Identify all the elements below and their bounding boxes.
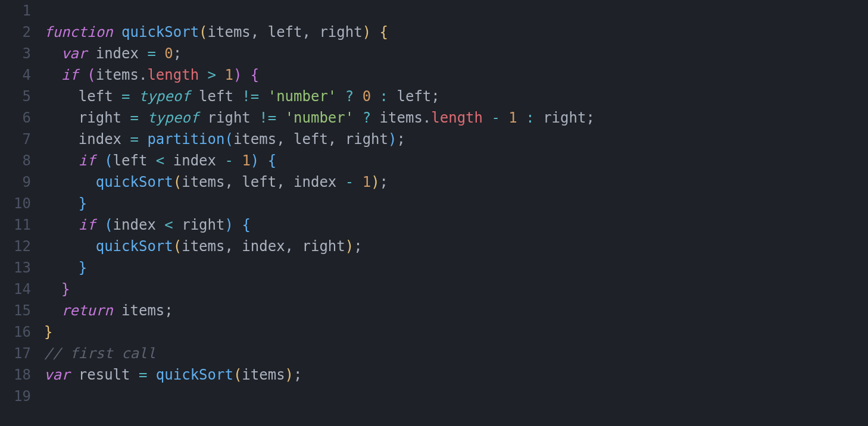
code-token: , bbox=[251, 24, 268, 40]
code-token: 0 bbox=[363, 88, 371, 105]
code-line[interactable]: var result = quickSort(items); bbox=[44, 364, 866, 386]
code-line[interactable]: quickSort(items, index, right); bbox=[44, 236, 866, 257]
code-token: = bbox=[147, 45, 155, 62]
code-token bbox=[156, 45, 164, 62]
code-token: if bbox=[79, 152, 104, 169]
code-token bbox=[242, 67, 250, 83]
code-token: } bbox=[79, 259, 87, 276]
line-number: 19 bbox=[6, 386, 31, 407]
code-line[interactable]: if (left < index - 1) { bbox=[44, 150, 866, 171]
line-number: 2 bbox=[6, 21, 31, 43]
line-number: 1 bbox=[6, 0, 31, 21]
code-token bbox=[139, 45, 147, 62]
code-token: items bbox=[182, 174, 224, 190]
code-token: ) bbox=[388, 131, 396, 148]
code-token: return bbox=[61, 302, 121, 319]
code-token bbox=[500, 109, 508, 126]
code-token: left bbox=[396, 88, 431, 105]
code-token: { bbox=[251, 67, 259, 83]
code-token bbox=[130, 88, 139, 105]
code-token: 1 bbox=[242, 152, 250, 169]
code-token bbox=[535, 109, 543, 126]
code-token: ) bbox=[224, 217, 233, 233]
code-token: ( bbox=[87, 67, 95, 83]
code-token: - bbox=[345, 174, 354, 190]
code-line[interactable]: if (items.length > 1) { bbox=[44, 64, 866, 86]
code-token: ) bbox=[285, 367, 294, 383]
code-token: = bbox=[130, 109, 139, 126]
line-number: 16 bbox=[6, 321, 31, 343]
code-line[interactable]: return items; bbox=[44, 300, 866, 321]
code-token bbox=[44, 67, 61, 83]
line-number: 17 bbox=[6, 343, 31, 364]
code-token: items bbox=[121, 302, 164, 319]
code-token: { bbox=[268, 152, 276, 169]
code-token: length bbox=[431, 109, 483, 126]
code-line[interactable]: if (index < right) { bbox=[44, 214, 866, 236]
code-token bbox=[44, 281, 61, 297]
code-token: function bbox=[44, 24, 121, 40]
code-token: ? bbox=[345, 88, 354, 105]
code-area[interactable]: function quickSort(items, left, right) {… bbox=[42, 0, 868, 426]
code-token: right bbox=[208, 109, 251, 126]
code-token: , bbox=[302, 24, 320, 40]
code-line[interactable]: function quickSort(items, left, right) { bbox=[44, 21, 866, 43]
code-line[interactable]: index = partition(items, left, right); bbox=[44, 129, 866, 150]
line-number: 10 bbox=[6, 193, 31, 214]
code-token bbox=[44, 259, 79, 276]
line-number: 9 bbox=[6, 171, 31, 193]
code-token bbox=[44, 88, 79, 105]
code-line[interactable]: var index = 0; bbox=[44, 43, 866, 64]
code-token: , bbox=[276, 174, 294, 190]
code-token bbox=[173, 217, 182, 233]
code-line[interactable]: } bbox=[44, 278, 866, 300]
code-token: items bbox=[233, 131, 276, 148]
code-token: < bbox=[164, 217, 173, 233]
code-token: items bbox=[208, 24, 251, 40]
code-line[interactable] bbox=[44, 0, 866, 21]
line-number: 15 bbox=[6, 300, 31, 321]
code-token bbox=[139, 109, 147, 126]
code-line[interactable]: } bbox=[44, 257, 866, 278]
code-editor[interactable]: 12345678910111213141516171819 function q… bbox=[0, 0, 868, 426]
code-line[interactable] bbox=[44, 386, 866, 407]
code-token: right bbox=[79, 109, 121, 126]
code-token: index bbox=[242, 238, 285, 255]
code-token: ( bbox=[104, 152, 113, 169]
code-token bbox=[121, 131, 130, 148]
code-token bbox=[44, 238, 96, 255]
code-token: ( bbox=[224, 131, 233, 148]
code-token: left bbox=[294, 131, 328, 148]
code-token: right bbox=[543, 109, 586, 126]
code-token: right bbox=[182, 217, 224, 233]
code-token: result bbox=[79, 367, 130, 383]
line-number: 5 bbox=[6, 86, 31, 107]
code-token: ) bbox=[251, 152, 259, 169]
code-line[interactable]: } bbox=[44, 321, 866, 343]
code-line[interactable]: left = typeof left != 'number' ? 0 : lef… bbox=[44, 86, 866, 107]
code-token: } bbox=[44, 324, 52, 340]
code-token: , bbox=[276, 131, 294, 148]
line-number: 8 bbox=[6, 150, 31, 171]
code-line[interactable]: } bbox=[44, 193, 866, 214]
code-token: index bbox=[113, 217, 156, 233]
code-token: typeof bbox=[139, 88, 199, 105]
code-line[interactable]: right = typeof right != 'number' ? items… bbox=[44, 107, 866, 129]
code-token: ; bbox=[173, 45, 182, 62]
code-line[interactable]: quickSort(items, left, index - 1); bbox=[44, 171, 866, 193]
code-token bbox=[371, 24, 379, 40]
code-token: 1 bbox=[508, 109, 517, 126]
code-token bbox=[156, 217, 164, 233]
code-token: 0 bbox=[164, 45, 173, 62]
code-token bbox=[164, 152, 173, 169]
line-number: 13 bbox=[6, 257, 31, 278]
code-line[interactable]: // first call bbox=[44, 343, 866, 364]
code-token: 'number' bbox=[285, 109, 354, 126]
code-token: partition bbox=[147, 131, 224, 148]
code-token: ) bbox=[233, 67, 242, 83]
code-token: items bbox=[96, 67, 139, 83]
code-token: - bbox=[491, 109, 499, 126]
code-token bbox=[44, 45, 61, 62]
code-token: quickSort bbox=[121, 24, 199, 40]
code-token: ? bbox=[363, 109, 371, 126]
